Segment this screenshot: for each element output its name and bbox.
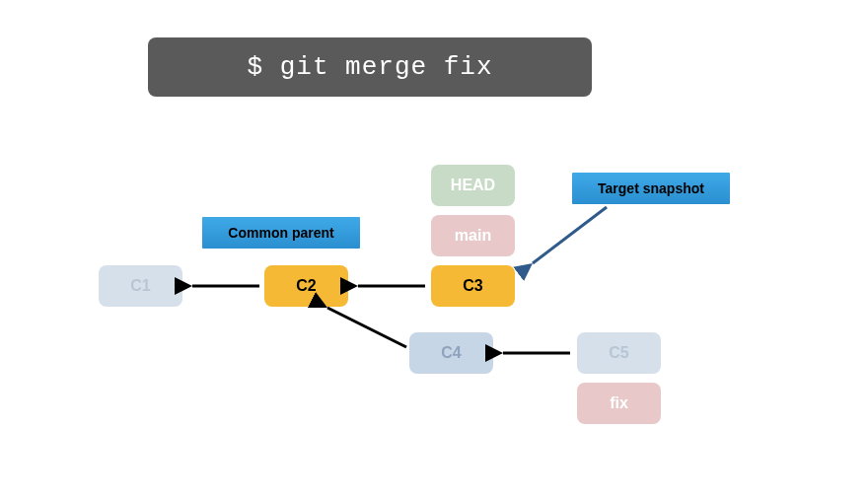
label-common-parent-text: Common parent bbox=[228, 225, 333, 241]
arrow-target-c3 bbox=[518, 202, 616, 276]
commit-c1: C1 bbox=[99, 265, 182, 307]
label-target-snapshot-text: Target snapshot bbox=[598, 180, 704, 196]
commit-c1-text: C1 bbox=[130, 277, 150, 295]
commit-c5-text: C5 bbox=[609, 344, 628, 362]
label-target-snapshot: Target snapshot bbox=[572, 173, 730, 204]
commit-c3-text: C3 bbox=[463, 277, 482, 295]
command-bar: $ git merge fix bbox=[148, 37, 592, 97]
ref-main: main bbox=[431, 215, 515, 256]
commit-c4-text: C4 bbox=[441, 344, 461, 362]
commit-c4: C4 bbox=[409, 332, 493, 374]
arrow-c2-c1 bbox=[182, 276, 266, 296]
ref-head-text: HEAD bbox=[451, 177, 495, 194]
commit-c5: C5 bbox=[577, 332, 661, 374]
command-text: $ git merge fix bbox=[247, 52, 492, 82]
ref-fix: fix bbox=[577, 383, 661, 424]
svg-line-4 bbox=[533, 207, 607, 263]
ref-fix-text: fix bbox=[610, 394, 628, 412]
label-common-parent: Common parent bbox=[202, 217, 360, 249]
arrow-c4-c2 bbox=[316, 296, 414, 355]
ref-head: HEAD bbox=[431, 165, 515, 206]
svg-line-2 bbox=[327, 308, 406, 347]
arrow-c3-c2 bbox=[348, 276, 432, 296]
ref-main-text: main bbox=[455, 227, 491, 245]
commit-c2-text: C2 bbox=[296, 277, 316, 295]
arrow-c5-c4 bbox=[493, 343, 577, 363]
commit-c3: C3 bbox=[431, 265, 515, 307]
